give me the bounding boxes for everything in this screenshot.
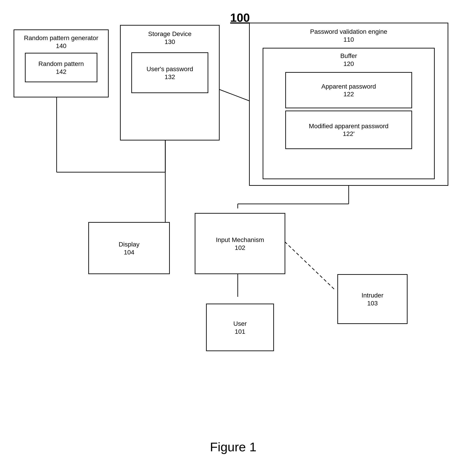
input-mechanism-number: 102 [235,244,246,251]
intruder-box: Intruder 103 [337,274,408,324]
storage-device-box: Storage Device 130 User's password 132 [120,25,220,140]
input-mechanism-label: Input Mechanism [216,236,264,244]
random-pattern-label: Random pattern [39,60,84,68]
diagram-title: 100 [217,11,263,24]
storage-device-number: 130 [165,38,175,46]
display-box: Display 104 [88,222,170,274]
intruder-label: Intruder [362,291,383,300]
buffer-number: 120 [343,60,354,67]
random-pattern-box: Random pattern 142 [25,53,97,82]
figure-caption: Figure 1 [154,440,312,454]
password-validation-engine-box: Password validation engine 110 Buffer 12… [249,23,448,186]
users-password-box: User's password 132 [131,52,208,93]
modified-apparent-password-box: Modified apparent password 122' [285,110,412,149]
display-number: 104 [124,249,134,256]
user-number: 101 [235,328,246,335]
rpg-number: 140 [56,42,67,50]
apparent-password-number: 122 [343,91,354,98]
storage-device-label: Storage Device [148,30,191,38]
users-password-number: 132 [165,73,175,81]
intruder-number: 103 [367,300,378,307]
modified-apparent-password-label: Modified apparent password [309,122,389,130]
pve-label: Password validation engine [310,27,387,36]
rpg-label: Random pattern generator [24,34,98,42]
apparent-password-box: Apparent password 122 [285,72,412,108]
users-password-label: User's password [146,65,193,73]
pve-number: 110 [343,36,354,43]
user-label: User [233,320,247,328]
random-pattern-number: 142 [56,68,67,76]
svg-line-10 [281,238,335,290]
modified-apparent-password-number: 122' [343,130,355,138]
display-label: Display [119,240,139,249]
apparent-password-label: Apparent password [321,82,376,91]
diagram: 100 Password validation engine 110 Buffe… [0,0,468,476]
random-pattern-generator-box: Random pattern generator 140 Random patt… [14,30,109,97]
buffer-label: Buffer [340,52,357,60]
buffer-box: Buffer 120 Apparent password 122 Modifie… [263,48,435,179]
user-box: User 101 [206,304,274,351]
input-mechanism-box: Input Mechanism 102 [195,213,285,274]
